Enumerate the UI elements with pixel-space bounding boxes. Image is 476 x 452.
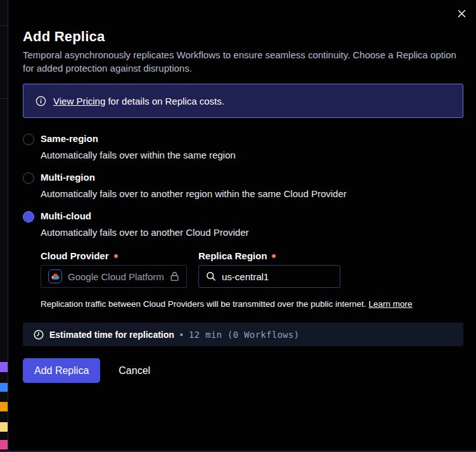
replica-region-combobox[interactable] [198,265,340,288]
search-icon [206,271,216,281]
background-color-block [0,422,8,432]
background-color-block [0,383,8,392]
modal-subtitle: Temporal asynchronously replicates Workf… [23,48,463,75]
estimate-label: Estimated time for replication [49,330,174,340]
radio-button-icon[interactable] [23,134,34,145]
cloud-provider-label: Cloud Provider [41,251,109,261]
estimate-value: 12 min (0 Workflows) [189,330,300,340]
learn-more-link[interactable]: Learn more [369,299,413,309]
estimate-separator: • [180,330,183,340]
background-divider-line [0,98,8,99]
pricing-banner-text: View Pricing for details on Replica cost… [53,96,224,107]
replica-region-input[interactable] [222,271,317,282]
replica-region-label: Replica Region [198,251,267,261]
pricing-info-banner: View Pricing for details on Replica cost… [23,84,463,118]
add-replica-button[interactable]: Add Replica [23,358,100,383]
radio-label[interactable]: Multi-region [41,172,463,183]
background-page-strip [0,0,8,452]
modal-actions: Add Replica Cancel [23,358,463,383]
lock-icon [170,271,179,281]
page-title: Add Replica [23,28,463,46]
background-color-block [0,402,8,411]
multi-cloud-form: Cloud Provider [41,251,463,288]
radio-button-icon[interactable] [23,211,34,223]
radio-description: Automatically fails over within the same… [41,150,463,161]
radio-button-icon[interactable] [23,172,34,184]
radio-option-multi-cloud[interactable]: Multi-cloud Automatically fails over to … [23,210,463,309]
public-internet-note-text: Replication traffic between Cloud Provid… [41,299,369,309]
required-dot [272,254,276,258]
required-dot [114,254,118,258]
background-color-block [0,362,8,372]
replica-option-group: Same-region Automatically fails over wit… [23,133,463,309]
public-internet-note: Replication traffic between Cloud Provid… [41,299,463,309]
radio-label[interactable]: Multi-cloud [41,210,463,222]
radio-description: Automatically fails over to another Clou… [41,227,463,238]
cancel-button[interactable]: Cancel [117,365,151,377]
view-pricing-link[interactable]: View Pricing [53,96,105,107]
pricing-banner-rest: for details on Replica costs. [105,96,224,107]
info-icon [35,96,46,107]
cloud-provider-field-group: Cloud Provider [41,251,187,288]
radio-label[interactable]: Same-region [41,133,463,145]
replica-region-field-group: Replica Region [198,251,340,288]
close-icon [457,9,466,18]
cloud-provider-select[interactable]: Google Cloud Platform [41,265,187,288]
background-color-block [0,440,8,449]
add-replica-modal: Add Replica Temporal asynchronously repl… [8,0,476,451]
cloud-provider-value: Google Cloud Platform [68,271,164,282]
replication-estimate-banner: Estimated time for replication • 12 min … [23,323,463,346]
radio-option-same-region[interactable]: Same-region Automatically fails over wit… [23,133,463,161]
close-button[interactable] [453,5,470,22]
background-divider-line [0,25,8,26]
google-cloud-platform-icon [48,269,62,283]
radio-description: Automatically fails over to another regi… [41,188,463,200]
clock-icon [34,330,44,340]
radio-option-multi-region[interactable]: Multi-region Automatically fails over to… [23,172,463,200]
